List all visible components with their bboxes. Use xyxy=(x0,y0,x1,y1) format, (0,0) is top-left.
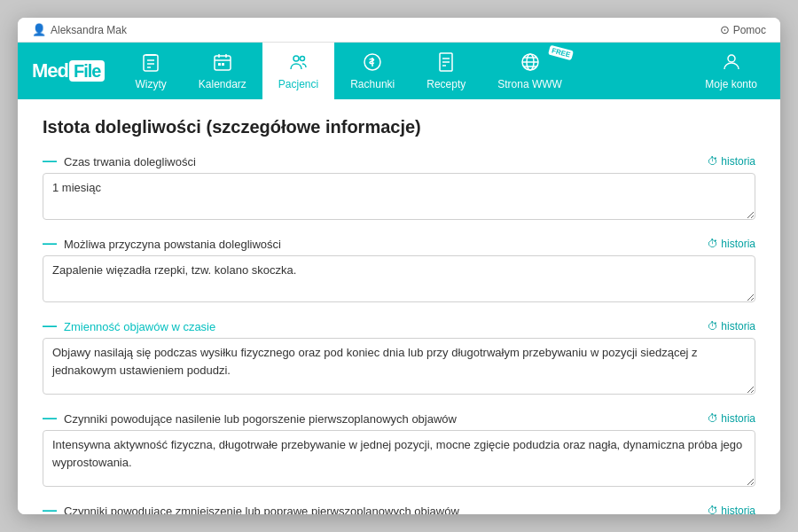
top-bar-user: 👤 Aleksandra Mak xyxy=(32,23,127,36)
section-header-0: — Czas trwania dolegliwości ⏱ historia xyxy=(43,153,755,169)
username-label: Aleksandra Mak xyxy=(51,24,127,36)
section-label-1: Możliwa przyczyna powstania dolegliwości xyxy=(64,238,281,251)
section-dash-2: — xyxy=(43,318,57,334)
nav-item-account[interactable]: Moje konto xyxy=(689,43,773,99)
person-icon: 👤 xyxy=(32,23,46,36)
page-title: Istota dolegliwości (szczegółowe informa… xyxy=(43,117,755,137)
people-icon xyxy=(288,51,309,75)
clock-icon-0: ⏱ xyxy=(708,155,718,168)
logo-file: File xyxy=(69,60,105,82)
clipboard-icon xyxy=(140,51,161,75)
logo[interactable]: MedFile xyxy=(25,43,119,99)
nav-label-wizyty: Wizyty xyxy=(135,78,166,90)
section-czynniki-nasilenie: — Czynniki powodujące nasilenie lub pogo… xyxy=(43,411,755,490)
nav-item-strona-www[interactable]: Strona WWW FREE xyxy=(481,43,578,99)
svg-rect-1 xyxy=(144,55,158,71)
section-czynniki-zmniejszenie: — Czynniki powodujące zmniejszenie lub p… xyxy=(43,503,755,514)
section-header-1: — Możliwa przyczyna powstania dolegliwoś… xyxy=(43,236,755,252)
section-title-row-2: — Zmienność objawów w czasie xyxy=(43,318,215,334)
historia-btn-3[interactable]: ⏱ historia xyxy=(708,412,755,425)
section-czas-trwania: — Czas trwania dolegliwości ⏱ historia xyxy=(43,153,755,223)
nav-label-strona-www: Strona WWW xyxy=(497,78,562,90)
section-zmiennosc-objawow: — Zmienność objawów w czasie ⏱ historia xyxy=(43,318,755,398)
section-dash-3: — xyxy=(43,411,57,426)
nav-label-rachunki: Rachunki xyxy=(350,78,395,90)
globe-icon xyxy=(520,51,541,75)
section-dash-0: — xyxy=(43,153,57,169)
logo-med: Med xyxy=(32,59,68,82)
nav-label-recepty: Recepty xyxy=(426,78,466,90)
nav-item-pacjenci[interactable]: Pacjenci xyxy=(262,43,334,99)
section-label-3: Czynniki powodujące nasilenie lub pogors… xyxy=(64,412,457,426)
svg-rect-9 xyxy=(218,63,221,66)
textarea-1[interactable] xyxy=(43,255,755,302)
nav-item-rachunki[interactable]: Rachunki xyxy=(334,43,411,99)
main-content: Istota dolegliwości (szczegółowe informa… xyxy=(18,99,780,514)
section-header-4: — Czynniki powodujące zmniejszenie lub p… xyxy=(43,503,755,514)
top-bar: 👤 Aleksandra Mak ⊙ Pomoc xyxy=(18,18,780,43)
historia-btn-1[interactable]: ⏱ historia xyxy=(708,238,755,250)
clock-icon-3: ⏱ xyxy=(708,412,718,425)
svg-point-24 xyxy=(728,55,735,62)
svg-point-12 xyxy=(300,57,304,61)
section-title-row-1: — Możliwa przyczyna powstania dolegliwoś… xyxy=(43,236,281,252)
nav-item-kalendarz[interactable]: Kalendarz xyxy=(183,43,262,99)
app-window: 👤 Aleksandra Mak ⊙ Pomoc MedFile Wizyty xyxy=(18,18,780,514)
svg-point-11 xyxy=(293,56,299,61)
nav-label-account: Moje konto xyxy=(705,78,757,90)
section-label-4: Czynniki powodujące zmniejszenie lub pop… xyxy=(64,505,459,515)
clock-icon-4: ⏱ xyxy=(708,505,718,514)
section-header-3: — Czynniki powodujące nasilenie lub pogo… xyxy=(43,411,755,426)
help-icon: ⊙ xyxy=(720,23,730,36)
section-mozliwa-przyczyna: — Możliwa przyczyna powstania dolegliwoś… xyxy=(43,236,755,306)
historia-btn-4[interactable]: ⏱ historia xyxy=(708,505,755,514)
receipt-icon xyxy=(435,51,457,75)
historia-btn-0[interactable]: ⏱ historia xyxy=(708,155,755,168)
help-label: Pomoc xyxy=(733,24,766,36)
navbar: MedFile Wizyty Kalendarz xyxy=(18,43,780,99)
section-label-2: Zmienność objawów w czasie xyxy=(64,320,215,333)
historia-btn-2[interactable]: ⏱ historia xyxy=(708,320,755,332)
clock-icon-2: ⏱ xyxy=(708,320,718,332)
textarea-2[interactable] xyxy=(43,338,755,395)
nav-item-wizyty[interactable]: Wizyty xyxy=(119,43,182,99)
section-title-row-0: — Czas trwania dolegliwości xyxy=(43,153,196,169)
section-dash-1: — xyxy=(43,236,57,252)
nav-label-kalendarz: Kalendarz xyxy=(199,78,246,90)
dollar-icon xyxy=(362,51,383,75)
nav-items: Wizyty Kalendarz Pacjenci xyxy=(119,43,689,99)
nav-label-pacjenci: Pacjenci xyxy=(278,78,318,90)
textarea-3[interactable] xyxy=(43,430,755,487)
svg-rect-10 xyxy=(222,63,224,66)
account-icon xyxy=(721,51,742,75)
top-bar-help[interactable]: ⊙ Pomoc xyxy=(720,23,766,36)
section-dash-4: — xyxy=(43,503,57,514)
section-title-row-4: — Czynniki powodujące zmniejszenie lub p… xyxy=(43,503,459,514)
textarea-0[interactable] xyxy=(43,173,755,220)
section-header-2: — Zmienność objawów w czasie ⏱ historia xyxy=(43,318,755,334)
nav-item-recepty[interactable]: Recepty xyxy=(411,43,481,99)
section-label-0: Czas trwania dolegliwości xyxy=(64,155,196,168)
free-badge: FREE xyxy=(548,45,574,61)
calendar-icon xyxy=(212,51,233,75)
section-title-row-3: — Czynniki powodujące nasilenie lub pogo… xyxy=(43,411,457,426)
clock-icon-1: ⏱ xyxy=(708,238,718,250)
